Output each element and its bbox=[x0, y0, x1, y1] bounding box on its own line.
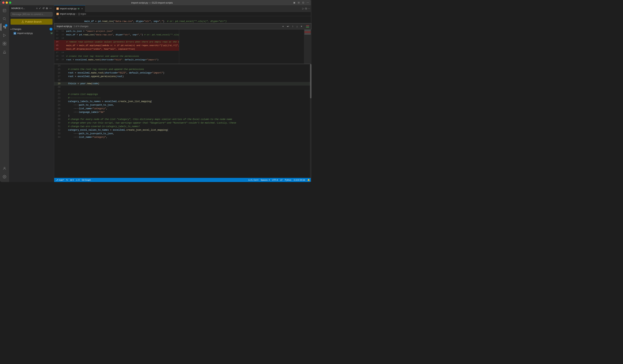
sidebar-icon-more[interactable]: ··· bbox=[49, 7, 52, 10]
svg-rect-16 bbox=[56, 13, 59, 15]
split-diff-pane: 11 11 path_to_json = "import-project.jso… bbox=[54, 29, 312, 64]
code-line: 14 bbox=[54, 64, 312, 68]
more-actions-icon[interactable]: ··· bbox=[308, 7, 310, 10]
diff-right-side[interactable] bbox=[179, 29, 304, 64]
svg-point-1 bbox=[3, 18, 5, 20]
run-icon[interactable]: ▷ bbox=[302, 7, 304, 10]
diff-line-13: 13 13 bbox=[54, 37, 179, 40]
line-number: 28 bbox=[54, 114, 63, 118]
line-ending[interactable]: LF bbox=[280, 179, 283, 181]
diff-left-side[interactable]: 11 11 path_to_json = "import-project.jso… bbox=[54, 29, 179, 64]
line-content: # remove rows without usable values (pre… bbox=[66, 40, 179, 44]
file-item[interactable]: py import-script.py M bbox=[9, 31, 54, 35]
left-line-num: 14 bbox=[54, 40, 60, 44]
line-number: 30 bbox=[54, 121, 63, 125]
tab-close-button[interactable]: × bbox=[81, 7, 83, 10]
sync-icon[interactable]: ↻ bbox=[66, 179, 68, 181]
sidebar-header: SOURCE C... ≡ ✓ ↺ ⊕ ··· bbox=[9, 5, 54, 11]
activity-flask[interactable] bbox=[1, 48, 8, 56]
code-lines: 14 15 #·create·the·root·tag·<knora>·and·… bbox=[54, 64, 312, 139]
error-count[interactable]: ⊗ 0 bbox=[70, 179, 74, 181]
sidebar-toggle-icon[interactable]: ▣ bbox=[293, 1, 296, 4]
git-branch[interactable]: ⎇ main* bbox=[56, 179, 64, 181]
svg-rect-7 bbox=[5, 42, 6, 44]
code-line: 30 #·change·when·you·run·this·script,·tw… bbox=[54, 121, 312, 125]
python-version[interactable]: 3.10.6 64-bit bbox=[294, 179, 305, 181]
diff-add-button[interactable]: + bbox=[282, 24, 285, 28]
line-content: main_df.dropna(axis="index", how="all", … bbox=[66, 47, 179, 51]
activity-extensions[interactable] bbox=[1, 40, 8, 47]
minimap-del-line bbox=[304, 31, 311, 32]
line-number: 26 bbox=[54, 107, 63, 111]
activity-search[interactable] bbox=[1, 15, 8, 22]
sidebar-icon-refresh[interactable]: ↺ bbox=[42, 7, 45, 10]
commit-message-input[interactable] bbox=[11, 12, 52, 17]
split-icon[interactable]: ⊡ bbox=[302, 1, 305, 4]
line-content: root = excel2xml.append_permissions(root… bbox=[63, 75, 312, 78]
line-content: root = excel2xml.make_root(shortcode="01… bbox=[66, 58, 179, 61]
sidebar-icon-list[interactable]: ≡ bbox=[36, 7, 38, 10]
sidebar-icon-add[interactable]: ⊕ bbox=[46, 7, 48, 10]
breadcrumb-sep: › bbox=[76, 13, 77, 15]
line-content: # create the root tag <knora> and append… bbox=[66, 54, 179, 58]
publish-branch-button[interactable]: Publish Branch bbox=[11, 19, 52, 25]
line-content: ····language_label="de" bbox=[63, 111, 312, 114]
code-editor[interactable]: 14 15 #·create·the·root·tag·<knora>·and·… bbox=[54, 64, 312, 178]
activity-account[interactable] bbox=[1, 165, 8, 172]
sidebar-icon-check[interactable]: ✓ bbox=[39, 7, 41, 10]
vscode-window: import-script.py — 0123-import-scripts ▣… bbox=[0, 0, 312, 182]
diff-undo-button[interactable]: ↩ bbox=[286, 24, 290, 28]
line-content: main_df = pd.read_csv("data-raw.csv", dt… bbox=[63, 16, 312, 23]
activity-settings[interactable] bbox=[1, 173, 8, 181]
language-mode[interactable]: Python bbox=[285, 179, 291, 181]
svg-rect-6 bbox=[3, 42, 4, 44]
close-button[interactable] bbox=[2, 1, 4, 4]
minimize-button[interactable] bbox=[6, 1, 8, 4]
code-line: 23 #·---------------------- bbox=[54, 96, 312, 100]
line-number: 31 bbox=[54, 125, 63, 128]
right-line-num bbox=[60, 47, 66, 51]
right-line-num bbox=[60, 40, 66, 44]
changes-header[interactable]: ▾ Changes 1 bbox=[9, 27, 54, 31]
left-line-num: 17 bbox=[54, 51, 60, 54]
spaces[interactable]: Spaces: 4 bbox=[261, 179, 270, 181]
more-icon[interactable]: ⋯ bbox=[306, 1, 309, 4]
line-number: 16 bbox=[54, 71, 63, 75]
diff-prev-button[interactable]: ↑ bbox=[291, 24, 294, 28]
notifications-icon[interactable]: 🔔 bbox=[307, 179, 310, 181]
status-bar: ⎇ main* ↻ ⊗ 0 ⚠ 0 Git Graph Ln 5, Col 4 … bbox=[54, 178, 312, 182]
line-content: ····path_to_json=path_to_json, bbox=[63, 103, 312, 107]
right-line-num bbox=[60, 44, 66, 47]
scrollbar-thumb[interactable] bbox=[310, 64, 312, 98]
encoding[interactable]: UTF-8 bbox=[272, 179, 278, 181]
line-content: ····list_name="category", bbox=[63, 136, 312, 139]
code-line-12: 12 main_df = pd.read_csv("data-raw.csv",… bbox=[54, 16, 312, 23]
line-content: category_labels_to_names = excel2xml.cre… bbox=[63, 100, 312, 103]
right-line-num: 14 bbox=[60, 51, 66, 54]
cursor-position[interactable]: Ln 5, Col 4 bbox=[248, 179, 258, 181]
tab-python-icon: py bbox=[56, 7, 59, 10]
code-line: 29 #·change·for·every·node·of·the·list·"… bbox=[54, 118, 312, 121]
svg-point-2 bbox=[3, 26, 4, 27]
maximize-button[interactable] bbox=[9, 1, 11, 4]
breadcrumb-file[interactable]: import-script.py bbox=[60, 13, 75, 15]
right-line-num: 11 bbox=[60, 29, 66, 33]
diff-close-button[interactable]: × bbox=[300, 24, 303, 28]
tab-modified-badge: M bbox=[78, 7, 79, 10]
code-line: 32 category_excel_values_to_names = exce… bbox=[54, 128, 312, 132]
activity-explorer[interactable] bbox=[1, 7, 8, 14]
breadcrumb-symbol[interactable]: {} regex bbox=[78, 13, 86, 15]
editor-scrollbar[interactable] bbox=[310, 64, 312, 178]
diff-next-button[interactable]: ↓ bbox=[296, 24, 298, 28]
editor-tab-active[interactable]: py import-script.py M × bbox=[54, 5, 85, 12]
line-content: main_df = main_df.applymap(lambda x: x i… bbox=[66, 44, 179, 47]
activity-source-control[interactable]: 1 bbox=[1, 23, 8, 31]
split-editor-icon[interactable]: ⧉ bbox=[305, 7, 307, 10]
git-graph[interactable]: Git Graph bbox=[82, 179, 91, 181]
window-title: import-script.py — 0123-import-scripts bbox=[13, 1, 291, 4]
layout-icon[interactable]: ⊟ bbox=[297, 1, 300, 4]
code-line-19: 19 thisis = your.new(code) bbox=[54, 82, 312, 85]
line-content: #·---------------------- bbox=[63, 96, 312, 100]
warning-count[interactable]: ⚠ 0 bbox=[76, 179, 79, 181]
activity-run[interactable] bbox=[1, 32, 8, 39]
